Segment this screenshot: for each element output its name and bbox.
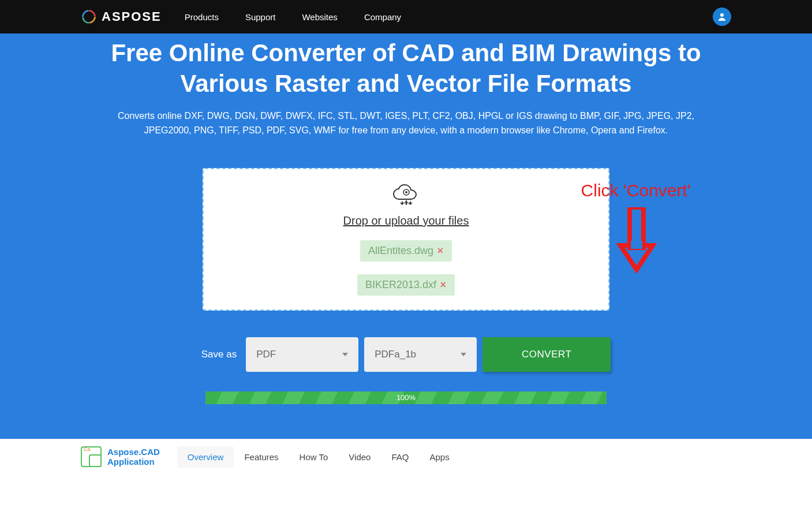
svg-point-4 bbox=[720, 13, 724, 17]
file-name: AllEntites.dwg bbox=[368, 245, 433, 257]
remove-file-icon[interactable]: ✕ bbox=[437, 246, 444, 255]
format-value: PDF bbox=[256, 349, 276, 360]
upload-cloud-icon bbox=[391, 184, 422, 210]
tab-overview[interactable]: Overview bbox=[177, 446, 234, 468]
tab-video[interactable]: Video bbox=[338, 446, 381, 468]
nav-support[interactable]: Support bbox=[245, 12, 276, 22]
user-avatar[interactable] bbox=[713, 8, 731, 26]
logo-swirl-icon bbox=[81, 9, 97, 25]
progress-fill: 100% bbox=[205, 391, 607, 404]
format-select[interactable]: PDF bbox=[246, 337, 358, 372]
svg-point-6 bbox=[405, 191, 407, 193]
progress-bar: 100% bbox=[205, 391, 607, 404]
file-name: BIKER2013.dxf bbox=[365, 279, 436, 291]
nav-company[interactable]: Company bbox=[364, 12, 401, 22]
saveas-label: Save as bbox=[201, 349, 237, 360]
app-text: Aspose.CAD Application bbox=[107, 447, 160, 467]
dropzone-label: Drop or upload your files bbox=[215, 214, 597, 227]
nav-left: ASPOSE Products Support Websites Company bbox=[81, 9, 713, 25]
svg-rect-8 bbox=[631, 241, 642, 249]
progress-value: 100% bbox=[396, 393, 416, 402]
convert-button[interactable]: CONVERT bbox=[482, 337, 611, 372]
page-title: Free Online Converter of CAD and BIM Dra… bbox=[103, 38, 709, 99]
hero-section: Free Online Converter of CAD and BIM Dra… bbox=[0, 33, 812, 439]
conversion-controls: Save as PDF PDFa_1b CONVERT bbox=[199, 337, 614, 372]
app-line2: Application bbox=[107, 457, 160, 467]
page-subtitle: Converts online DXF, DWG, DGN, DWF, DWFX… bbox=[95, 109, 718, 138]
tab-faq[interactable]: FAQ bbox=[381, 446, 419, 468]
subformat-select[interactable]: PDFa_1b bbox=[364, 337, 477, 372]
file-chip: AllEntites.dwg ✕ bbox=[360, 240, 452, 262]
tab-features[interactable]: Features bbox=[234, 446, 289, 468]
app-badge[interactable]: Aspose.CAD Application bbox=[81, 446, 160, 467]
app-line1: Aspose.CAD bbox=[107, 447, 160, 457]
user-icon bbox=[717, 12, 727, 21]
file-chip: BIKER2013.dxf ✕ bbox=[357, 274, 455, 296]
tabs-bar: Aspose.CAD Application Overview Features… bbox=[0, 439, 812, 468]
subformat-value: PDFa_1b bbox=[375, 349, 416, 360]
app-icon bbox=[81, 446, 102, 467]
annotation-arrow-icon bbox=[616, 207, 662, 277]
logo[interactable]: ASPOSE bbox=[81, 9, 162, 25]
file-dropzone[interactable]: Drop or upload your files AllEntites.dwg… bbox=[203, 168, 609, 311]
remove-file-icon[interactable]: ✕ bbox=[440, 280, 447, 289]
main-nav: Products Support Websites Company bbox=[185, 12, 401, 22]
tab-howto[interactable]: How To bbox=[289, 446, 339, 468]
brand-text: ASPOSE bbox=[102, 9, 162, 24]
nav-websites[interactable]: Websites bbox=[302, 12, 337, 22]
tab-apps[interactable]: Apps bbox=[419, 446, 459, 468]
topbar: ASPOSE Products Support Websites Company bbox=[0, 0, 812, 33]
hero-inner: Drop or upload your files AllEntites.dwg… bbox=[100, 168, 712, 404]
nav-products[interactable]: Products bbox=[185, 12, 219, 22]
chevron-down-icon bbox=[342, 353, 348, 356]
chevron-down-icon bbox=[461, 353, 466, 356]
